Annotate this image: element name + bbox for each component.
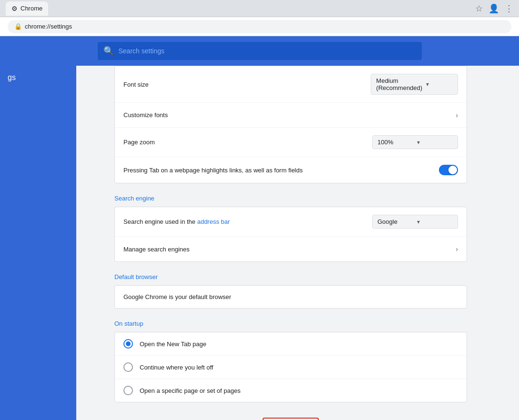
startup-row-specific-page[interactable]: Open a specific page or set of pages — [115, 379, 467, 402]
startup-radio-new-tab[interactable] — [123, 339, 133, 349]
page-layout: gs Font size Medium (Recommended) ▾ Cust… — [0, 66, 519, 420]
user-icon[interactable]: 👤 — [488, 3, 499, 14]
page-zoom-value: 100% — [377, 139, 413, 146]
sidebar: gs — [0, 66, 76, 420]
startup-radio-continue[interactable] — [123, 362, 133, 372]
tab-highlight-label: Pressing Tab on a webpage highlights lin… — [123, 167, 439, 174]
main-content: Font size Medium (Recommended) ▾ Customi… — [76, 66, 505, 420]
manage-search-engines-label: Manage search engines — [123, 246, 456, 253]
search-engine-dropdown[interactable]: Google ▾ — [372, 215, 458, 229]
startup-label-new-tab: Open the New Tab page — [140, 340, 206, 348]
page-zoom-dropdown[interactable]: 100% ▾ — [372, 135, 458, 149]
search-input[interactable] — [119, 47, 416, 55]
advanced-section: Advanced ▾ — [114, 418, 467, 420]
customize-fonts-row[interactable]: Customize fonts › — [115, 103, 467, 128]
url-text: chrome://settings — [25, 23, 72, 30]
search-wrapper: 🔍 — [98, 42, 422, 60]
on-startup-section-title: On startup — [114, 320, 467, 327]
font-size-dropdown[interactable]: Medium (Recommended) ▾ — [371, 74, 458, 95]
tab-title: Chrome — [20, 5, 42, 12]
font-size-row: Font size Medium (Recommended) ▾ — [115, 66, 467, 103]
tab-highlight-row: Pressing Tab on a webpage highlights lin… — [115, 157, 467, 183]
browser-tab-bar: ⚙ Chrome ☆ 👤 ⋮ — [0, 0, 519, 17]
search-icon: 🔍 — [103, 46, 114, 56]
default-browser-section-title: Default browser — [114, 273, 467, 280]
startup-radio-inner-new-tab — [126, 341, 131, 346]
search-engine-value: Google — [377, 218, 413, 225]
address-bar: 🔒 chrome://settings — [0, 17, 519, 36]
toggle-thumb — [448, 166, 457, 174]
chrome-favicon: ⚙ — [11, 5, 18, 12]
search-engine-dropdown-arrow: ▾ — [417, 219, 453, 225]
sidebar-title: gs — [0, 66, 76, 90]
manage-search-engines-row[interactable]: Manage search engines › — [115, 237, 467, 261]
search-engine-card: Search engine used in the address bar Go… — [114, 207, 467, 262]
search-engine-section-title: Search engine — [114, 195, 467, 202]
address-bar-link[interactable]: address bar — [197, 218, 230, 225]
startup-radio-specific-page[interactable] — [123, 386, 133, 395]
default-browser-card: Google Chrome is your default browser — [114, 285, 467, 309]
browser-actions: ☆ 👤 ⋮ — [475, 3, 513, 14]
startup-row-new-tab[interactable]: Open the New Tab page — [115, 332, 467, 356]
star-icon[interactable]: ☆ — [475, 3, 483, 14]
manage-search-engines-chevron: › — [456, 245, 458, 253]
customize-fonts-label: Customize fonts — [123, 111, 456, 119]
page-zoom-dropdown-arrow: ▾ — [417, 139, 453, 146]
customize-fonts-chevron: › — [456, 111, 458, 119]
font-size-label: Font size — [123, 81, 371, 88]
startup-row-continue[interactable]: Continue where you left off — [115, 356, 467, 379]
startup-label-continue: Continue where you left off — [140, 364, 213, 371]
search-engine-used-row: Search engine used in the address bar Go… — [115, 207, 467, 237]
appearance-card: Font size Medium (Recommended) ▾ Customi… — [114, 66, 467, 183]
address-url[interactable]: 🔒 chrome://settings — [8, 20, 511, 33]
tab-highlight-toggle[interactable] — [439, 165, 458, 175]
font-size-value: Medium (Recommended) — [376, 77, 422, 91]
menu-icon[interactable]: ⋮ — [505, 3, 513, 14]
font-size-dropdown-arrow: ▾ — [426, 81, 453, 88]
search-engine-used-prefix: Search engine used in the — [123, 218, 197, 225]
default-browser-status: Google Chrome is your default browser — [123, 293, 231, 300]
advanced-button[interactable]: Advanced ▾ — [263, 418, 319, 420]
page-zoom-label: Page zoom — [123, 139, 372, 146]
startup-label-specific-page: Open a specific page or set of pages — [140, 387, 241, 394]
active-tab[interactable]: ⚙ Chrome — [6, 1, 48, 16]
page-zoom-row: Page zoom 100% ▾ — [115, 128, 467, 157]
lock-icon: 🔒 — [14, 23, 22, 30]
search-engine-used-label: Search engine used in the address bar — [123, 218, 372, 225]
startup-card: Open the New Tab page Continue where you… — [114, 332, 467, 402]
search-bar-area: 🔍 — [0, 36, 519, 66]
